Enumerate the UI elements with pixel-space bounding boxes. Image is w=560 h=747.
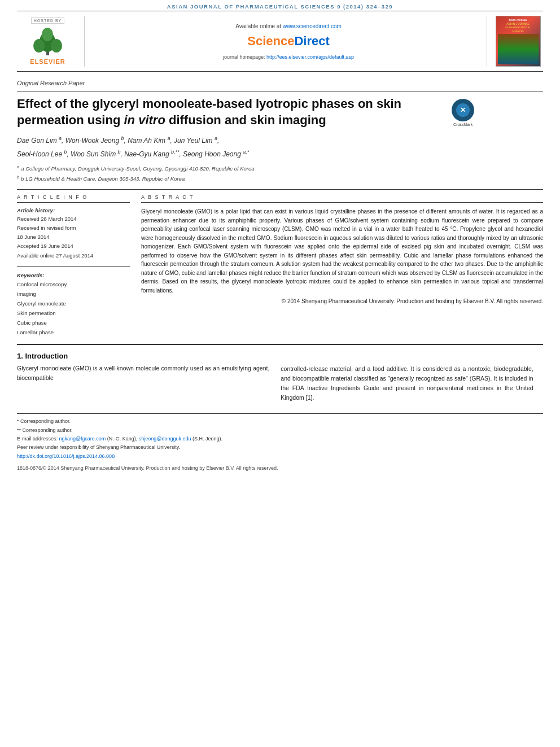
title-row: Effect of the glyceryl monooleate-based …	[17, 96, 543, 134]
sciencedirect-url[interactable]: www.sciencedirect.com	[283, 23, 342, 29]
crossmark-icon: ✕	[460, 106, 466, 114]
intro-right-col: controlled-release material, and a food …	[281, 352, 533, 402]
article-info-divider	[17, 202, 130, 203]
svg-point-2	[33, 39, 45, 53]
keywords-divider	[17, 266, 130, 267]
hosted-by-label: HOSTED BY	[31, 18, 64, 24]
abstract-col: A B S T R A C T Glyceryl monooleate (GMO…	[141, 194, 543, 337]
keyword-skin: Skin permeation	[17, 308, 130, 318]
crossmark-badge: ✕	[452, 99, 474, 121]
journal-cover-image: ASIAN JOURNAL ASIAN JOURNAL OF PHARMACEU…	[487, 16, 543, 67]
keyword-confocal: Confocal microscopy	[17, 279, 130, 289]
authors-line: Dae Gon Lim a, Won-Wook Jeong b, Nam Ah …	[17, 134, 543, 160]
email-shjeong-link[interactable]: shjeong@dongguk.edu	[139, 436, 191, 442]
journal-homepage-line: journal homepage: http://ees.elsevier.co…	[223, 54, 354, 60]
footnote-co-corresponding: ** Corresponding author.	[17, 426, 543, 435]
title-divider	[17, 91, 543, 91]
elsevier-brand-text: ELSEVIER	[30, 58, 65, 65]
sciencedirect-logo: ScienceDirect	[247, 34, 330, 49]
affiliations-block: a a College of Pharmacy, Dongguk Univers…	[17, 164, 543, 184]
article-info-col: A R T I C L E I N F O Article history: R…	[17, 194, 130, 337]
crossmark-block: ✕ CrossMark	[452, 99, 474, 126]
copyright-text: © 2014 Shenyang Pharmaceutical Universit…	[141, 297, 543, 306]
footnote-peer-review: Peer review under responsibility of Shen…	[17, 443, 543, 452]
keyword-glyceryl: Glyceryl monooleate	[17, 299, 130, 308]
footnote-emails: E-mail addresses: ngkang@lgcare.com (N.-…	[17, 435, 543, 443]
paper-type-label: Original Research Paper	[17, 76, 543, 86]
footnote-corresponding: * Corresponding author.	[17, 417, 543, 426]
abstract-text: Glyceryl monooleate (GMO) is a polar lip…	[141, 207, 543, 295]
crossmark-inner: ✕	[456, 103, 470, 117]
accepted-date: Accepted 19 June 2014	[17, 242, 130, 251]
journal-header-bar: ASIAN JOURNAL OF PHARMACEUTICAL SCIENCES…	[0, 0, 560, 11]
crossmark-label: CrossMark	[452, 123, 474, 126]
elsevier-tree-icon	[27, 26, 69, 57]
journal-header: HOSTED BY ELSEVIER Available online at w…	[17, 11, 543, 72]
journal-homepage-url[interactable]: http://ees.elsevier.com/ajps/default.asp	[266, 54, 354, 60]
info-divider	[17, 189, 543, 190]
intro-left-col: 1. Introduction Glyceryl monooleate (GMO…	[17, 352, 269, 402]
available-online-date: Available online 27 August 2014	[17, 251, 130, 260]
keyword-cubic: Cubic phase	[17, 318, 130, 327]
keywords-label: Keywords:	[17, 272, 130, 278]
section-divider	[17, 344, 543, 345]
intro-left-para: Glyceryl monooleate (GMO) is a well-know…	[17, 364, 269, 383]
cover-box: ASIAN JOURNAL ASIAN JOURNAL OF PHARMACEU…	[496, 16, 541, 67]
article-history-label: Article history:	[17, 207, 130, 213]
introduction-section: 1. Introduction Glyceryl monooleate (GMO…	[17, 352, 543, 402]
footer-issn-line: 1818-0876/© 2014 Shenyang Pharmaceutical…	[17, 464, 543, 472]
cover-image-placeholder	[498, 34, 539, 64]
cover-title-text: ASIAN JOURNAL ASIAN JOURNAL OF PHARMACEU…	[505, 18, 530, 33]
paper-title: Effect of the glyceryl monooleate-based …	[17, 96, 440, 128]
keyword-imaging: Imaging	[17, 289, 130, 299]
footnote-doi: http://dx.doi.org/10.1016/j.ajps.2014.06…	[17, 452, 543, 461]
email-ngkang-link[interactable]: ngkang@lgcare.com	[59, 436, 106, 442]
keywords-section: Keywords: Confocal microscopy Imaging Gl…	[17, 272, 130, 338]
footnote-section: * Corresponding author. ** Corresponding…	[17, 413, 543, 472]
svg-point-3	[51, 39, 62, 53]
revised-label: Received in revised form	[17, 224, 130, 233]
doi-link[interactable]: http://dx.doi.org/10.1016/j.ajps.2014.06…	[17, 453, 115, 459]
abstract-divider	[141, 202, 543, 203]
keyword-lamellar: Lamellar phase	[17, 327, 130, 337]
abstract-header: A B S T R A C T	[141, 194, 543, 200]
received-date: Received 28 March 2014	[17, 215, 130, 224]
intro-title: 1. Introduction	[17, 352, 269, 360]
article-info-abstract: A R T I C L E I N F O Article history: R…	[17, 194, 543, 337]
article-info-header: A R T I C L E I N F O	[17, 194, 130, 200]
intro-right-para: controlled-release material, and a food …	[281, 364, 533, 402]
main-content: Original Research Paper Effect of the gl…	[17, 72, 543, 472]
journal-title: ASIAN JOURNAL OF PHARMACEUTICAL SCIENCES…	[167, 3, 393, 10]
sciencedirect-block: Available online at www.sciencedirect.co…	[90, 16, 487, 67]
svg-point-4	[42, 28, 53, 41]
revised-date: 18 June 2014	[17, 233, 130, 242]
elsevier-logo-block: HOSTED BY ELSEVIER	[17, 16, 85, 67]
available-online-text: Available online at www.sciencedirect.co…	[235, 23, 342, 29]
